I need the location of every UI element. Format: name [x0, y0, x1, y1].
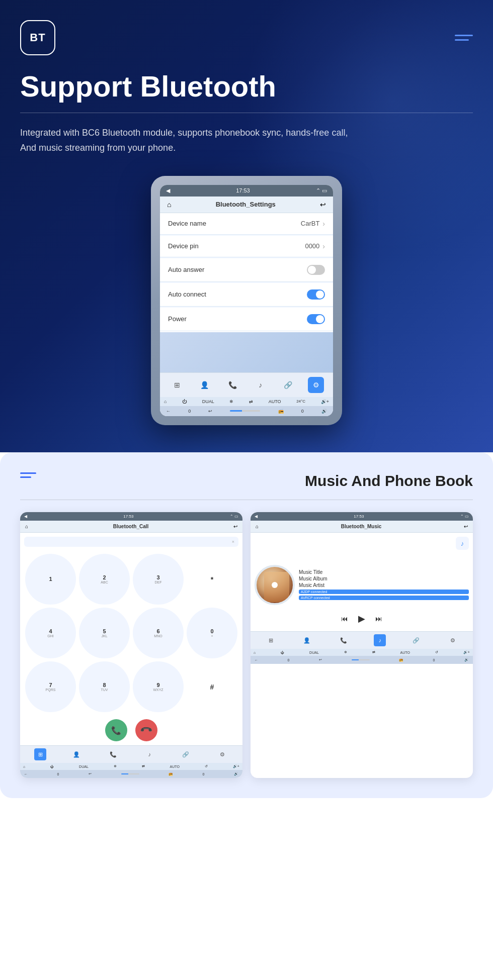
numpad-star[interactable]: *: [187, 554, 237, 605]
icon-settings-active[interactable]: ⚙: [308, 377, 324, 393]
call-icon-link[interactable]: 🔗: [180, 748, 192, 760]
call-search-clear[interactable]: ×: [232, 539, 234, 544]
music-statusbar-back[interactable]: ◀: [255, 514, 258, 519]
numpad-7[interactable]: 7PQRS: [25, 661, 76, 712]
album-art: [255, 565, 295, 605]
numpad-6[interactable]: 6MNO: [133, 608, 184, 658]
settings-row-auto-connect[interactable]: Auto connect: [160, 283, 333, 307]
numpad-3[interactable]: 3DEF: [133, 554, 184, 605]
next-button[interactable]: ⏭: [375, 615, 382, 623]
play-button[interactable]: ▶: [358, 613, 365, 624]
climate-ac[interactable]: ⇄: [249, 399, 253, 404]
climate-power[interactable]: ⏻: [182, 399, 187, 404]
climate-home[interactable]: ⌂: [164, 399, 167, 404]
climate-recycle[interactable]: 24°C: [296, 399, 305, 404]
call-icon-phone[interactable]: 📞: [107, 748, 119, 760]
statusbar-time: 17:53: [236, 187, 250, 193]
statusbar-icons: ⌃ ▭: [316, 187, 327, 194]
music-icon-settings[interactable]: ⚙: [447, 634, 459, 646]
climate-fan[interactable]: ❄: [229, 399, 233, 404]
climate-vol-up[interactable]: 🔊+: [321, 399, 329, 404]
music-icon-link[interactable]: 🔗: [410, 634, 422, 646]
icon-phone[interactable]: 📞: [224, 377, 240, 393]
call-search-bar[interactable]: ×: [24, 537, 238, 547]
hero-header: BT: [20, 20, 473, 55]
screen-gradient-area: [160, 332, 333, 372]
call-statusbar-back[interactable]: ◀: [24, 514, 27, 519]
prev-button[interactable]: ⏮: [341, 615, 348, 623]
call-navbar-back[interactable]: ↩: [233, 524, 237, 529]
numpad-4[interactable]: 4GHI: [25, 608, 76, 658]
numpad-5[interactable]: 5JKL: [79, 608, 130, 658]
numpad: 1 2ABC 3DEF * 4GHI 5JKL 6MNO 0+ 7PQRS 8T…: [20, 551, 242, 715]
climate-auto: AUTO: [269, 399, 281, 404]
navbar-back-icon[interactable]: ↩: [320, 201, 326, 209]
music-icon-grid[interactable]: ⊞: [265, 634, 277, 646]
music-badge-a2dp: A2DP connected: [299, 590, 469, 594]
call-icon-settings[interactable]: ⚙: [216, 748, 228, 760]
nav-zero-2: 0: [301, 409, 304, 414]
music-icon-contacts[interactable]: 👤: [301, 634, 313, 646]
music-note-button[interactable]: ♪: [456, 537, 469, 550]
settings-row-power[interactable]: Power: [160, 308, 333, 331]
call-icon-music[interactable]: ♪: [143, 748, 155, 760]
auto-connect-toggle[interactable]: [307, 289, 325, 300]
call-nav-radio: 📻: [169, 772, 173, 776]
music-badge-avrcp: AVRCP connected: [299, 596, 469, 600]
device-pin-value: 0000: [305, 242, 319, 250]
music-icon-phone[interactable]: 📞: [338, 634, 350, 646]
power-toggle[interactable]: [307, 314, 325, 324]
device-pin-label: Device pin: [168, 242, 199, 250]
numpad-0[interactable]: 0+: [187, 608, 237, 658]
call-icon-contacts[interactable]: 👤: [70, 748, 83, 760]
navbar-home-icon[interactable]: ⌂: [167, 201, 171, 209]
music-climate-vol: 🔊+: [463, 650, 470, 654]
nav-vol[interactable]: 🔊: [321, 409, 327, 414]
call-icon-grid[interactable]: ⊞: [34, 748, 46, 760]
end-call-button[interactable]: 📞: [131, 715, 162, 746]
auto-connect-label: Auto connect: [168, 290, 206, 298]
numpad-2[interactable]: 2ABC: [79, 554, 130, 605]
car-screen-inner: ◀ 17:53 ⌃ ▭ ⌂ Bluetooth_Settings ↩ Devic…: [160, 185, 333, 416]
call-statusbar: ◀ 17:53 ⌃ ▭: [20, 512, 242, 521]
statusbar-back-icon[interactable]: ◀: [166, 187, 170, 194]
music-album: Music Album: [299, 576, 469, 581]
auto-answer-toggle[interactable]: [307, 265, 325, 275]
hamburger-menu-icon[interactable]: [455, 35, 473, 41]
music-icon-music-active[interactable]: ♪: [374, 634, 386, 646]
nav-return[interactable]: ↩: [208, 409, 212, 414]
settings-content: Device name CarBT › Device pin 0000 ›: [160, 213, 333, 331]
hero-divider: [20, 113, 473, 113]
answer-call-button[interactable]: 📞: [105, 719, 127, 741]
nav-radio[interactable]: 📻: [278, 409, 284, 414]
numpad-hash[interactable]: #: [187, 661, 237, 712]
nav-bar-progress[interactable]: [230, 410, 260, 412]
settings-row-auto-answer[interactable]: Auto answer: [160, 258, 333, 282]
icon-music[interactable]: ♪: [253, 377, 269, 393]
music-navbar-back[interactable]: ↩: [464, 524, 468, 529]
icon-contacts[interactable]: 👤: [197, 377, 213, 393]
music-climate-bar: ⌂ ⏻ DUAL ❄ ⇄ AUTO ↺ 🔊+: [251, 649, 473, 656]
music-navbar: ⌂ Bluetooth_Music ↩: [251, 521, 473, 533]
car-screen-outer: ◀ 17:53 ⌃ ▭ ⌂ Bluetooth_Settings ↩ Devic…: [151, 176, 342, 425]
music-nav-back: ←: [255, 658, 258, 662]
section-divider: [20, 500, 473, 500]
music-nav-ret: ↩: [319, 658, 322, 662]
icon-grid[interactable]: ⊞: [169, 377, 185, 393]
numpad-1[interactable]: 1: [25, 554, 76, 605]
settings-row-device-pin[interactable]: Device pin 0000 ›: [160, 236, 333, 257]
icon-link[interactable]: 🔗: [280, 377, 296, 393]
screen-nav-bottom: ← 0 ↩ 📻 0 🔊: [160, 406, 333, 416]
music-navbar-home[interactable]: ⌂: [256, 524, 259, 529]
nav-back[interactable]: ←: [166, 409, 171, 414]
call-climate-ac: ⇄: [142, 764, 145, 768]
section-menu-icon[interactable]: [20, 472, 36, 478]
numpad-8[interactable]: 8TUV: [79, 661, 130, 712]
settings-row-device-name[interactable]: Device name CarBT ›: [160, 213, 333, 235]
call-climate-auto: AUTO: [170, 765, 180, 768]
music-climate-ac: ⇄: [372, 650, 375, 654]
call-navbar-home[interactable]: ⌂: [25, 524, 28, 529]
music-info: Music Title Music Album Music Artist A2D…: [299, 569, 469, 601]
numpad-9[interactable]: 9WXYZ: [133, 661, 184, 712]
call-bottom-icons: ⊞ 👤 📞 ♪ 🔗 ⚙: [20, 745, 242, 763]
